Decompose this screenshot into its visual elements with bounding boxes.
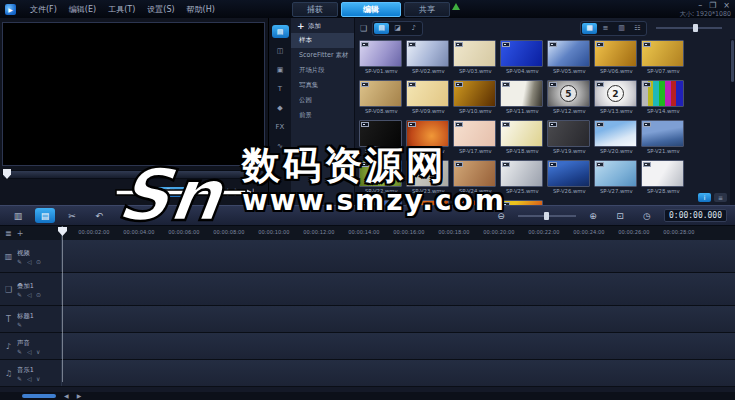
scrubber-handle-icon[interactable] — [3, 169, 11, 179]
clip-thumbnail[interactable] — [500, 160, 543, 187]
timeline-ruler[interactable]: ≣ + 00:00:02:0000:00:04:0000:00:06:0000:… — [0, 226, 735, 241]
media-clip[interactable]: SP-V14.wmv — [639, 79, 686, 119]
media-clip[interactable]: 5 SP-V12.wmv — [545, 79, 592, 119]
track-mute-icon[interactable]: ◁ — [27, 348, 32, 355]
media-clip[interactable]: SP-V07.wmv — [639, 39, 686, 79]
step-tab[interactable]: 共享 — [404, 2, 450, 17]
track-edit-icon[interactable]: ✎ — [17, 375, 22, 382]
scroll-right-icon[interactable]: ▶ — [77, 392, 82, 400]
zoom-in-icon[interactable]: ⊕ — [583, 208, 603, 223]
media-clip[interactable]: SP-V18.wmv — [498, 119, 545, 159]
window-control-button[interactable]: ❐ — [709, 1, 716, 10]
library-scrollbar[interactable] — [730, 39, 735, 205]
clip-thumbnail[interactable] — [500, 80, 543, 107]
upgrade-arrow-icon[interactable] — [452, 3, 460, 10]
clip-thumbnail[interactable] — [547, 120, 590, 147]
track-mute-icon[interactable]: ◁ — [27, 375, 32, 382]
clip-thumbnail[interactable] — [359, 40, 402, 67]
view-mode-button[interactable]: ▦ — [582, 23, 597, 34]
clip-thumbnail[interactable] — [359, 80, 402, 107]
track-header[interactable]: T 标题1 ✎ — [0, 306, 62, 332]
media-clip[interactable]: SP-V24.wmv — [451, 159, 498, 199]
media-filter-button[interactable]: ◪ — [390, 23, 405, 34]
info-icon[interactable]: i — [698, 193, 711, 202]
clip-thumbnail[interactable] — [641, 120, 684, 147]
menu-item[interactable]: 帮助(H) — [181, 4, 221, 15]
media-clip[interactable]: SP-V11.wmv — [498, 79, 545, 119]
clip-thumbnail[interactable] — [594, 40, 637, 67]
add-folder-button[interactable]: + 添加 — [291, 18, 354, 33]
menu-item[interactable]: 文件(F) — [24, 4, 63, 15]
hscroll-thumb[interactable] — [22, 394, 56, 398]
clock-icon[interactable]: ◷ — [637, 208, 657, 223]
media-clip[interactable]: SP-V02.wmv — [404, 39, 451, 79]
menu-item[interactable]: 设置(S) — [141, 4, 180, 15]
media-clip[interactable]: SP-V03.wmv — [451, 39, 498, 79]
view-mode-button[interactable]: ☷ — [630, 23, 645, 34]
clip-thumbnail[interactable] — [547, 40, 590, 67]
track-header[interactable]: ❑ 叠加1 ✎ ◁ ⊙ — [0, 273, 62, 305]
preview-scrubber[interactable] — [2, 170, 265, 179]
clip-thumbnail[interactable] — [359, 120, 402, 147]
playback-button[interactable]: ▶| — [247, 188, 255, 196]
track-edit-icon[interactable]: ✎ — [17, 348, 22, 355]
clip-thumbnail[interactable] — [594, 160, 637, 187]
library-category-icon[interactable]: ▤ — [272, 25, 289, 38]
view-mode-button[interactable]: ≡ — [598, 23, 613, 34]
library-category-icon[interactable]: FX — [272, 120, 289, 133]
track-lane[interactable] — [62, 333, 735, 359]
track-lane[interactable] — [62, 240, 735, 272]
playback-button[interactable]: |◀ — [208, 188, 216, 196]
media-clip[interactable]: SP-V23.wmv — [404, 159, 451, 199]
scroll-left-icon[interactable]: ◀ — [64, 392, 69, 400]
menu-item[interactable]: 工具(T) — [102, 4, 141, 15]
library-folder[interactable]: 前景 — [291, 108, 354, 123]
window-control-button[interactable]: – — [698, 1, 702, 10]
zoom-out-icon[interactable]: ⊖ — [491, 208, 511, 223]
media-clip[interactable]: SP-V15.wmv — [357, 119, 404, 159]
media-clip[interactable]: SP-V28.wmv — [639, 159, 686, 199]
media-clip[interactable]: 2 SP-V13.wmv — [592, 79, 639, 119]
media-clip[interactable]: SP-V09.wmv — [404, 79, 451, 119]
library-category-icon[interactable]: ◫ — [272, 44, 289, 57]
media-clip[interactable]: SP-V01.wmv — [357, 39, 404, 79]
track-visibility-icon[interactable]: ∨ — [36, 375, 40, 382]
clip-thumbnail[interactable] — [406, 80, 449, 107]
track-visibility-icon[interactable]: ∨ — [36, 348, 40, 355]
track-mute-icon[interactable]: ◁ — [27, 258, 32, 265]
media-filter-button[interactable]: ▤ — [374, 23, 389, 34]
media-clip[interactable]: SP-V22.wmv — [357, 159, 404, 199]
library-category-icon[interactable]: ∿ — [272, 139, 289, 152]
clip-thumbnail[interactable] — [406, 40, 449, 67]
library-folder[interactable]: ScoreFitter 素材 — [291, 48, 354, 63]
window-control-button[interactable]: × — [723, 1, 730, 10]
media-clip[interactable]: SP-V16.wmv — [404, 119, 451, 159]
library-category-icon[interactable]: T — [272, 82, 289, 95]
clip-thumbnail[interactable]: 5 — [547, 80, 590, 107]
track-visibility-icon[interactable]: ⊙ — [36, 258, 41, 265]
clip-thumbnail[interactable] — [406, 160, 449, 187]
clip-thumbnail[interactable] — [641, 160, 684, 187]
media-clip[interactable]: SP-V08.wmv — [357, 79, 404, 119]
toolbar-button[interactable]: ↶ — [89, 208, 109, 223]
media-clip[interactable]: SP-V04.wmv — [498, 39, 545, 79]
track-edit-icon[interactable]: ✎ — [17, 258, 22, 265]
toolbar-button[interactable]: ↷ — [116, 208, 136, 223]
track-lane[interactable] — [62, 306, 735, 332]
clip-thumbnail[interactable] — [641, 80, 684, 107]
media-clip[interactable]: SP-V06.wmv — [592, 39, 639, 79]
track-lane[interactable] — [62, 273, 735, 305]
media-clip[interactable]: SP-V27.wmv — [592, 159, 639, 199]
fit-project-icon[interactable]: ⊡ — [610, 208, 630, 223]
media-filter-button[interactable]: ♪ — [406, 23, 421, 34]
options-icon[interactable]: ≡ — [714, 193, 727, 202]
clip-thumbnail[interactable] — [453, 80, 496, 107]
library-folder[interactable]: 公园 — [291, 93, 354, 108]
timeline-hscrollbar[interactable]: ◀ ▶ — [0, 392, 735, 400]
library-folder[interactable]: 样本 — [291, 33, 354, 48]
media-clip[interactable]: SP-V10.wmv — [451, 79, 498, 119]
track-visibility-icon[interactable]: ⊙ — [36, 291, 41, 298]
slider-thumb[interactable] — [544, 212, 549, 220]
view-mode-button[interactable]: ▥ — [614, 23, 629, 34]
track-header[interactable]: ♪ 声音 ✎ ◁ ∨ — [0, 333, 62, 359]
